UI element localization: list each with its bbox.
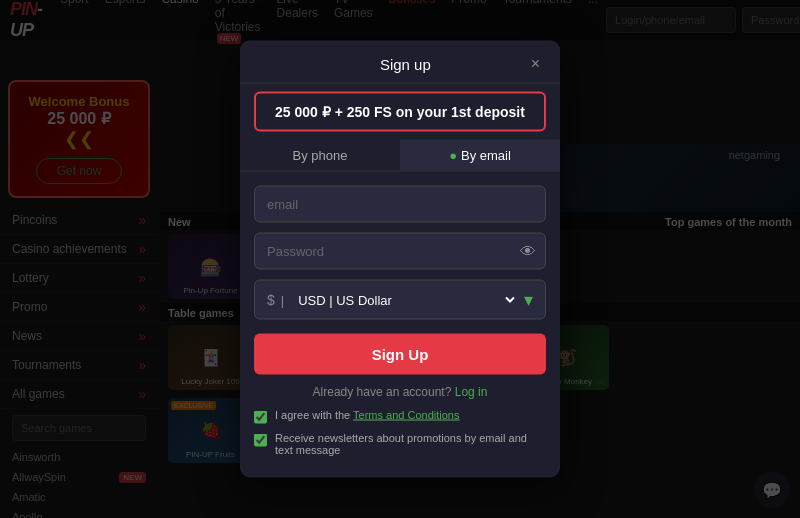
password-wrapper: 👁 xyxy=(254,233,546,270)
currency-symbol: $ xyxy=(267,292,275,308)
tab-by-email[interactable]: ●By email xyxy=(400,140,560,171)
terms-checkbox[interactable] xyxy=(254,411,267,424)
signup-modal: Sign up × 25 000 ₽ + 250 FS on your 1st … xyxy=(240,41,560,478)
tab-by-phone[interactable]: By phone xyxy=(240,140,400,171)
newsletter-checkbox[interactable] xyxy=(254,434,267,447)
email-input[interactable] xyxy=(254,186,546,223)
newsletter-text: Receive newsletters about promotions by … xyxy=(275,432,546,456)
currency-selector[interactable]: $ | USD | US Dollar EUR | Euro RUB | Rus… xyxy=(254,280,546,320)
signup-password-input[interactable] xyxy=(254,233,546,270)
modal-promo-banner: 25 000 ₽ + 250 FS on your 1st deposit xyxy=(254,92,546,132)
terms-checkbox-row: I agree with the Terms and Conditions xyxy=(254,409,546,424)
terms-text: I agree with the Terms and Conditions xyxy=(275,409,459,421)
modal-body: 👁 $ | USD | US Dollar EUR | Euro RUB | R… xyxy=(240,172,560,478)
eye-icon[interactable]: 👁 xyxy=(520,242,536,260)
modal-header: Sign up × xyxy=(240,41,560,84)
modal-tabs: By phone ●By email xyxy=(240,140,560,172)
login-link[interactable]: Log in xyxy=(455,385,488,399)
newsletter-checkbox-row: Receive newsletters about promotions by … xyxy=(254,432,546,456)
active-dot: ● xyxy=(449,148,457,163)
signup-submit-button[interactable]: Sign Up xyxy=(254,334,546,375)
modal-close-button[interactable]: × xyxy=(531,55,540,73)
terms-link[interactable]: Terms and Conditions xyxy=(353,409,459,421)
currency-pipe: | xyxy=(281,292,284,307)
modal-title: Sign up xyxy=(280,55,531,72)
currency-select[interactable]: USD | US Dollar EUR | Euro RUB | Russian… xyxy=(294,291,518,308)
login-prompt: Already have an account? Log in xyxy=(254,385,546,399)
currency-arrow-icon: ▾ xyxy=(524,289,533,311)
